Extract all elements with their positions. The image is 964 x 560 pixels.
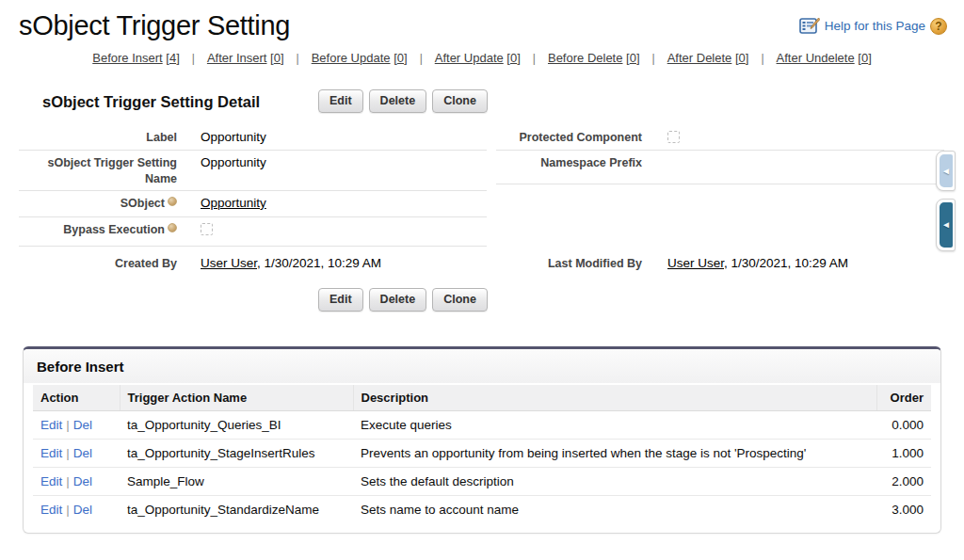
detail-row: [496, 184, 944, 247]
field-value: [642, 151, 667, 154]
help-area: Help for this Page ?: [799, 11, 947, 35]
del-link[interactable]: Del: [73, 446, 92, 460]
column-header-order: Order: [876, 385, 931, 411]
field-label: SObject: [19, 191, 177, 212]
order-cell: 2.000: [876, 467, 931, 495]
nav-link-after-update[interactable]: After Update: [435, 51, 504, 65]
description-cell: Sets the default description: [353, 467, 876, 495]
field-value: [642, 125, 680, 148]
help-bubble-icon[interactable]: [168, 197, 177, 206]
order-cell: 1.000: [876, 439, 931, 467]
nav-item-after-insert: After Insert [0]: [207, 51, 284, 65]
del-link[interactable]: Del: [73, 503, 92, 517]
edit-link[interactable]: Edit: [40, 474, 62, 488]
nav-item-before-update: Before Update [0]: [312, 51, 408, 65]
description-cell: Sets name to account name: [353, 495, 876, 523]
user-link[interactable]: User User: [201, 256, 257, 270]
nav-count-after-update[interactable]: 0: [510, 51, 517, 65]
sidebar-collapse-tab-dark[interactable]: ◄: [936, 199, 956, 251]
nav-count-after-undelete[interactable]: 0: [861, 51, 868, 65]
table-row: Edit|Delta_Opportunity_StageInsertRulesP…: [33, 439, 931, 467]
detail-heading: sObject Trigger Setting Detail: [42, 88, 964, 111]
nav-link-after-delete[interactable]: After Delete: [667, 51, 732, 65]
trigger-name-cell: ta_Opportunity_StandardizeName: [120, 495, 353, 523]
delete-button-top[interactable]: Delete: [369, 89, 427, 113]
nav-link-before-delete[interactable]: Before Delete: [548, 51, 623, 65]
delete-button-bottom[interactable]: Delete: [369, 288, 427, 312]
field-value: User User, 1/30/2021, 10:29 AM: [177, 251, 381, 272]
nav-item-before-insert: Before Insert [4]: [92, 51, 180, 65]
trigger-name-cell: ta_Opportunity_Queries_BI: [120, 410, 353, 439]
datetime-text: , 1/30/2021, 10:29 AM: [724, 256, 848, 270]
detail-head: sObject Trigger Setting Detail EditDelet…: [0, 88, 964, 120]
field-label: Namespace Prefix: [496, 151, 642, 171]
detail-row-last-modified-by: Last Modified ByUser User, 1/30/2021, 10…: [496, 247, 944, 275]
field-value: Opportunity: [177, 125, 266, 146]
detail-column-left: LabelOpportunitysObject Trigger Setting …: [19, 125, 487, 275]
description-cell: Execute queries: [353, 410, 876, 439]
detail-column-right: Protected ComponentNamespace PrefixLast …: [496, 125, 944, 275]
field-text: Opportunity: [201, 130, 266, 144]
nav-count-before-insert[interactable]: 4: [169, 51, 176, 65]
action-separator: |: [66, 503, 70, 517]
edit-link[interactable]: Edit: [40, 418, 62, 432]
nav-count-before-update[interactable]: 0: [397, 51, 404, 65]
detail-buttons-top: EditDeleteClone: [318, 89, 493, 113]
detail-row-label: LabelOpportunity: [19, 125, 487, 151]
help-bubble-icon[interactable]: [168, 223, 177, 232]
del-link[interactable]: Del: [73, 474, 92, 488]
column-header-trigger-action-name: Trigger Action Name: [120, 385, 353, 411]
field-label: Bypass Execution: [19, 217, 177, 238]
edit-link[interactable]: Edit: [40, 503, 62, 517]
action-separator: |: [66, 474, 70, 488]
edit-button-top[interactable]: Edit: [318, 89, 363, 113]
edit-button-bottom[interactable]: Edit: [318, 288, 363, 312]
related-list-title: Before Insert: [24, 349, 940, 383]
del-link[interactable]: Del: [73, 418, 92, 432]
table-row: Edit|DelSample_FlowSets the default desc…: [33, 467, 931, 495]
field-label: Label: [19, 125, 177, 146]
protected-component-checkbox[interactable]: [667, 131, 680, 143]
nav-count-after-delete[interactable]: 0: [739, 51, 746, 65]
nav-link-before-update[interactable]: Before Update: [312, 51, 391, 65]
action-cell: Edit|Del: [33, 410, 120, 439]
nav-link-before-insert[interactable]: Before Insert: [92, 51, 162, 65]
detail-row-sobject: SObjectOpportunity: [19, 191, 487, 217]
nav-link-after-insert[interactable]: After Insert: [207, 51, 267, 65]
nav-item-before-delete: Before Delete [0]: [548, 51, 640, 65]
field-label: sObject Trigger Setting Name: [19, 151, 177, 187]
field-text: Opportunity: [201, 155, 266, 169]
before-insert-table: ActionTrigger Action NameDescriptionOrde…: [33, 385, 931, 523]
edit-link[interactable]: Edit: [40, 446, 62, 460]
detail-section: sObject Trigger Setting Detail EditDelet…: [0, 88, 964, 312]
clone-button-bottom[interactable]: Clone: [432, 288, 488, 312]
field-value: Opportunity: [177, 151, 266, 171]
user-link[interactable]: User User: [667, 256, 724, 270]
nav-count-after-insert[interactable]: 0: [274, 51, 281, 65]
help-link[interactable]: Help for this Page: [825, 19, 925, 33]
clone-button-top[interactable]: Clone: [432, 89, 488, 113]
detail-row-namespace-prefix: Namespace Prefix: [496, 151, 944, 184]
field-value: Opportunity: [177, 191, 266, 212]
related-table-wrap: ActionTrigger Action NameDescriptionOrde…: [24, 383, 940, 533]
field-label: Created By: [19, 251, 177, 272]
page-title: sObject Trigger Setting: [19, 11, 290, 41]
column-header-action: Action: [33, 385, 120, 411]
nav-separator: |: [652, 52, 655, 65]
nav-item-after-update: After Update [0]: [435, 51, 521, 65]
field-value: User User, 1/30/2021, 10:29 AM: [642, 251, 848, 272]
sidebar-collapse-tab-light[interactable]: ◄: [936, 151, 956, 191]
nav-separator: |: [420, 52, 423, 65]
bypass-execution-checkbox[interactable]: [201, 223, 213, 235]
help-question-icon[interactable]: ?: [930, 18, 947, 35]
field-value: [642, 184, 667, 188]
nav-count-before-delete[interactable]: 0: [630, 51, 636, 65]
action-cell: Edit|Del: [33, 467, 120, 495]
nav-separator: |: [533, 52, 536, 65]
detail-row-sobject-trigger-setting-name: sObject Trigger Setting NameOpportunity: [19, 151, 487, 191]
sidebar-collapse-tab-dark-inner: ◄: [940, 202, 953, 248]
page-header: sObject Trigger Setting Help for this Pa…: [0, 0, 964, 41]
nav-link-after-undelete[interactable]: After Undelete: [777, 51, 855, 65]
action-separator: |: [66, 446, 70, 460]
opportunity-link[interactable]: Opportunity: [201, 196, 266, 210]
